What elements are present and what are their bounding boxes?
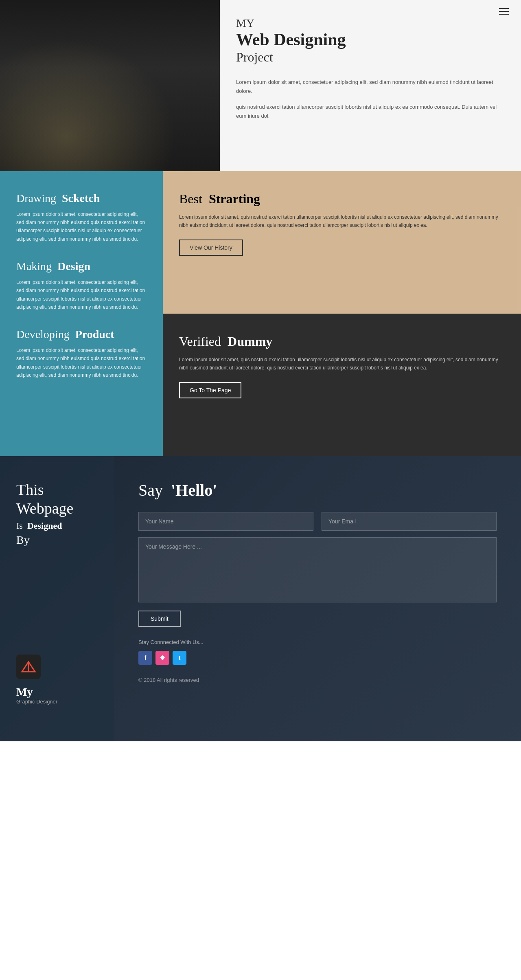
submit-button[interactable]: Submit (138, 611, 181, 627)
contact-section: This Webpage Is Designed By My Graphic D… (0, 456, 521, 741)
brand-name: My (16, 686, 98, 699)
logo-triangle-icon (21, 660, 36, 673)
hero-section: MY Web Designing Project Lorem ipsum dol… (0, 0, 521, 171)
right-top: Best Strarting Lorem ipsum dolor sit ame… (163, 171, 521, 314)
right-bottom: Verified Dummy Lorem ipsum dolor sit ame… (163, 314, 521, 456)
hamburger-menu[interactable] (499, 8, 509, 15)
brand-sub: Graphic Designer (16, 699, 98, 705)
hero-title-bold: Web Designing (236, 30, 505, 49)
card-desc-3: Lorem ipsum dolor sit amet, consectetuer… (16, 346, 147, 380)
right-bottom-heading: Verified Dummy (179, 334, 505, 349)
card-desc-2: Lorem ipsum dolor sit amet, consectetuer… (16, 278, 147, 312)
social-icons: f ❋ t (138, 651, 497, 665)
card-desc-1: Lorem ipsum dolor sit amet, consectetuer… (16, 210, 147, 244)
hero-image-bg (0, 0, 220, 171)
hero-title-project: Project (236, 49, 505, 66)
hero-content: MY Web Designing Project Lorem ipsum dol… (220, 0, 521, 171)
contact-left-title2: Is Designed (16, 520, 98, 532)
twitter-icon[interactable]: t (173, 651, 186, 665)
view-history-button[interactable]: View Our History (179, 240, 243, 256)
left-panel: Drawing Scketch Lorem ipsum dolor sit am… (0, 171, 163, 456)
message-textarea[interactable] (138, 537, 497, 602)
form-name-email-row (138, 512, 497, 531)
facebook-icon[interactable]: f (138, 651, 152, 665)
name-input[interactable] (138, 512, 313, 531)
cards-section: Drawing Scketch Lorem ipsum dolor sit am… (0, 171, 521, 456)
contact-left-by: By (16, 534, 98, 547)
email-input[interactable] (322, 512, 497, 531)
right-bottom-desc: Lorem ipsum dolor sit amet, quis nostrud… (179, 356, 505, 372)
right-top-desc: Lorem ipsum dolor sit amet, quis nostrud… (179, 213, 505, 230)
right-top-heading: Best Strarting (179, 191, 505, 207)
contact-left: This Webpage Is Designed By My Graphic D… (0, 456, 114, 741)
contact-right: Say 'Hello' Submit Stay Connnected With … (114, 456, 521, 741)
hero-title-my: MY (236, 16, 505, 30)
card-heading-3: Developing Product (16, 327, 147, 341)
say-hello-heading: Say 'Hello' (138, 481, 497, 500)
right-bottom-content: Verified Dummy Lorem ipsum dolor sit ame… (179, 334, 505, 398)
contact-left-title1: This Webpage (16, 481, 98, 518)
hamburger-line1 (499, 8, 509, 9)
hero-image (0, 0, 220, 171)
right-top-content: Best Strarting Lorem ipsum dolor sit ame… (179, 191, 505, 256)
copyright-text: © 2018 All rights reserved (138, 677, 497, 683)
dribbble-icon[interactable]: ❋ (155, 651, 169, 665)
right-panel: Best Strarting Lorem ipsum dolor sit ame… (163, 171, 521, 456)
logo-icon (16, 655, 41, 679)
go-to-page-button[interactable]: Go To The Page (179, 382, 241, 398)
hero-desc1: Lorem ipsum dolor sit amet, consectetuer… (236, 78, 505, 96)
card-heading-2: Making Design (16, 259, 147, 273)
stay-connected-text: Stay Connnected With Us... (138, 639, 497, 645)
hamburger-line2 (499, 11, 509, 12)
hamburger-line3 (499, 14, 509, 15)
logo-box: My Graphic Designer (16, 655, 98, 705)
card-heading-1: Drawing Scketch (16, 191, 147, 205)
hero-desc2: quis nostrud exerci tation ullamcorper s… (236, 103, 505, 121)
